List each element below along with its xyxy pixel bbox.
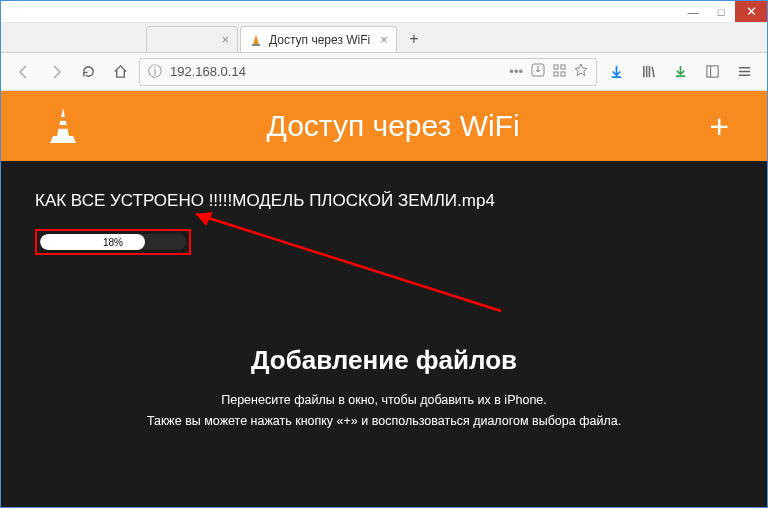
tab-close-icon[interactable]: ×	[221, 32, 229, 47]
svg-marker-0	[253, 34, 259, 45]
site-info-icon[interactable]: ⓘ	[148, 63, 162, 81]
star-icon[interactable]	[574, 63, 588, 80]
svg-marker-16	[50, 136, 76, 143]
browser-window: — □ ✕ × Доступ через WiFi × +	[0, 0, 768, 508]
drop-instructions: Добавление файлов Перенесите файлы в окн…	[1, 345, 767, 433]
drop-heading: Добавление файлов	[1, 345, 767, 376]
upload-progress-bar: 18%	[40, 234, 186, 250]
svg-rect-6	[561, 72, 565, 76]
progress-percent: 18%	[40, 234, 186, 250]
window-minimize-button[interactable]: —	[679, 1, 707, 22]
vlc-favicon-icon	[249, 33, 263, 47]
library-icon[interactable]	[635, 59, 661, 85]
svg-rect-5	[554, 72, 558, 76]
page-header: Доступ через WiFi +	[1, 91, 767, 161]
menu-button[interactable]	[731, 59, 757, 85]
svg-rect-14	[60, 117, 67, 121]
upload-area: КАК ВСЕ УСТРОЕНО !!!!!МОДЕЛЬ ПЛОСКОЙ ЗЕМ…	[1, 161, 767, 255]
tab-inactive[interactable]: ×	[146, 26, 238, 52]
svg-rect-4	[561, 65, 565, 69]
browser-toolbar: ⓘ 192.168.0.14 •••	[1, 53, 767, 91]
url-dots-icon[interactable]: •••	[509, 64, 523, 79]
add-file-button[interactable]: +	[709, 107, 729, 146]
reload-button[interactable]	[75, 59, 101, 85]
forward-button[interactable]	[43, 59, 69, 85]
grid-icon[interactable]	[553, 64, 566, 80]
download-arrow-icon[interactable]	[603, 59, 629, 85]
window-maximize-button[interactable]: □	[707, 1, 735, 22]
progress-highlight-box: 18%	[35, 229, 191, 255]
svg-rect-8	[706, 66, 717, 77]
tab-strip: × Доступ через WiFi × +	[1, 23, 767, 53]
window-close-button[interactable]: ✕	[735, 1, 767, 22]
tab-close-icon[interactable]: ×	[380, 32, 388, 47]
drop-line1: Перенесите файлы в окно, чтобы добавить …	[1, 390, 767, 411]
tab-label: Доступ через WiFi	[269, 33, 370, 47]
window-titlebar: — □ ✕	[1, 1, 767, 23]
home-button[interactable]	[107, 59, 133, 85]
page-title: Доступ через WiFi	[267, 109, 520, 143]
svg-rect-7	[675, 75, 684, 77]
svg-rect-3	[554, 65, 558, 69]
download-green-icon[interactable]	[667, 59, 693, 85]
sidebar-icon[interactable]	[699, 59, 725, 85]
page-content: Доступ через WiFi + КАК ВСЕ УСТРОЕНО !!!…	[1, 91, 767, 507]
tab-active[interactable]: Доступ через WiFi ×	[240, 26, 397, 52]
uploading-file-name: КАК ВСЕ УСТРОЕНО !!!!!МОДЕЛЬ ПЛОСКОЙ ЗЕМ…	[35, 191, 733, 211]
svg-rect-15	[58, 125, 68, 129]
back-button[interactable]	[11, 59, 37, 85]
url-text: 192.168.0.14	[170, 64, 501, 79]
reader-icon[interactable]	[531, 63, 545, 80]
drop-line2: Также вы можете нажать кнопку «+» и восп…	[1, 411, 767, 432]
new-tab-button[interactable]: +	[403, 28, 425, 50]
svg-marker-13	[57, 108, 69, 136]
svg-rect-1	[252, 44, 260, 46]
vlc-cone-icon	[49, 108, 77, 144]
url-bar[interactable]: ⓘ 192.168.0.14 •••	[139, 58, 597, 86]
